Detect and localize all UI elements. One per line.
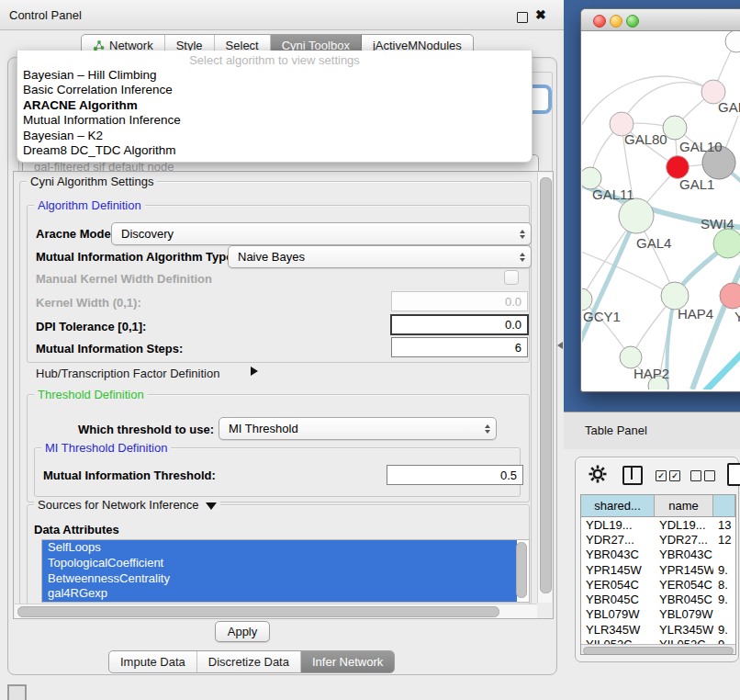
dpi-tolerance-field[interactable]: 0.0: [390, 314, 529, 335]
dropdown-item[interactable]: ARACNE Algorithm: [17, 98, 532, 113]
dropdown-item[interactable]: Bayesian – Hill Climbing: [17, 68, 532, 83]
table-cell[interactable]: YDL19...: [581, 517, 655, 532]
collapse-arrow-icon[interactable]: [206, 502, 217, 510]
list-scrollbar-thumb[interactable]: [516, 542, 527, 598]
control-panel-titlebar: [0, 0, 564, 30]
table-cell[interactable]: YER054C: [581, 577, 655, 592]
file-icon[interactable]: [727, 463, 740, 486]
table-row[interactable]: YLR345WYLR345W9.: [581, 622, 735, 637]
network-canvas[interactable]: GALGAL80GAL10GAL1GAL11GAL4SWI4GCY1HAP4YH…: [582, 31, 740, 390]
table-cell[interactable]: 12: [713, 532, 735, 547]
table-cell[interactable]: YIL052C: [655, 637, 713, 644]
table-cell[interactable]: 9: [713, 637, 735, 644]
table-cell[interactable]: YBR043C: [581, 548, 655, 562]
node-attribute-table[interactable]: shared...name YDL19...YDL19...13YDR27...…: [580, 494, 736, 655]
table-cell[interactable]: YPR145W: [655, 562, 713, 577]
table-cell[interactable]: YDR27...: [581, 532, 655, 547]
table-cell[interactable]: YPR145W: [581, 562, 655, 577]
table-cell[interactable]: YBR043C: [655, 548, 713, 562]
table-cell[interactable]: YDL19...: [655, 517, 713, 532]
table-cell[interactable]: 8.: [713, 577, 735, 592]
attribute-list-item[interactable]: SelfLoops: [42, 540, 517, 556]
close-icon[interactable]: ✖: [535, 7, 546, 22]
table-cell[interactable]: 9.: [713, 622, 735, 637]
table-cell[interactable]: [713, 607, 735, 622]
aracne-mode-combo[interactable]: Discovery: [111, 222, 532, 245]
unchecked-checkbox-icon[interactable]: [690, 470, 701, 481]
network-node[interactable]: [725, 31, 740, 52]
table-row[interactable]: YIL052CYIL052C9: [581, 637, 735, 644]
threshold-definition-title: Threshold Definition: [34, 389, 148, 401]
mi-threshold-field[interactable]: 0.5: [387, 465, 523, 485]
vertical-scrollbar[interactable]: [537, 173, 552, 603]
combo-arrows-icon: [520, 253, 525, 262]
table-cell[interactable]: YLR345W: [581, 622, 655, 637]
unchecked-checkbox-icon[interactable]: [704, 470, 715, 481]
which-threshold-value: MI Threshold: [229, 422, 298, 435]
table-scrollbar-thumb[interactable]: [583, 647, 734, 655]
mi-steps-field[interactable]: 6: [391, 337, 528, 357]
table-cell[interactable]: YBL079W: [581, 607, 655, 622]
network-node[interactable]: [667, 156, 690, 179]
checked-checkbox-icon[interactable]: ✓: [669, 470, 680, 481]
algorithm-definition-title: Algorithm Definition: [34, 199, 145, 211]
gear-icon[interactable]: [589, 465, 607, 483]
expand-arrow-icon[interactable]: [251, 367, 258, 376]
table-row[interactable]: YPR145WYPR145W9.: [581, 562, 735, 577]
table-row[interactable]: YER054CYER054C8.: [581, 577, 735, 592]
network-view-window[interactable]: GALGAL80GAL10GAL1GAL11GAL4SWI4GCY1HAP4YH…: [580, 8, 740, 392]
table-cell[interactable]: YBR045C: [581, 592, 655, 606]
dropdown-item[interactable]: Basic Correlation Inference: [17, 83, 532, 97]
column-header[interactable]: name: [655, 495, 713, 517]
bottom-tab-discretize-data[interactable]: Discretize Data: [197, 651, 301, 672]
attribute-list-item[interactable]: BetweennessCentrality: [42, 571, 517, 587]
attribute-list-item[interactable]: gal4RGexp: [42, 586, 517, 602]
horizontal-scrollbar[interactable]: [15, 604, 537, 618]
data-attributes-list[interactable]: SelfLoopsTopologicalCoefficientBetweenne…: [41, 539, 530, 603]
close-traffic-light-icon[interactable]: [593, 15, 606, 28]
panel-splitter-arrow[interactable]: [557, 342, 563, 349]
table-cell[interactable]: YDR27...: [655, 532, 713, 547]
zoom-traffic-light-icon[interactable]: [626, 15, 639, 28]
apply-button[interactable]: Apply: [215, 621, 270, 642]
table-horizontal-scrollbar[interactable]: [581, 644, 735, 655]
dropdown-item[interactable]: Dream8 DC_TDC Algorithm: [17, 143, 532, 158]
table-cell[interactable]: YER054C: [655, 577, 713, 592]
table-cell[interactable]: 9.: [713, 592, 735, 606]
manual-kernel-checkbox[interactable]: [504, 270, 519, 285]
table-row[interactable]: YDR27...YDR27...12: [581, 532, 735, 547]
dropdown-item[interactable]: Mutual Information Inference: [17, 113, 532, 128]
which-threshold-combo[interactable]: MI Threshold: [219, 417, 497, 440]
checked-checkbox-icon[interactable]: ✓: [656, 470, 667, 481]
table-cell[interactable]: YBL079W: [655, 607, 713, 622]
kernel-width-field[interactable]: 0.0: [391, 291, 528, 311]
mi-type-combo[interactable]: Naive Bayes: [228, 245, 532, 268]
float-window-icon[interactable]: [517, 12, 528, 23]
columns-icon[interactable]: [622, 466, 643, 485]
dropdown-item[interactable]: Bayesian – K2: [17, 129, 532, 143]
table-row[interactable]: YBR045CYBR045C9.: [581, 592, 735, 606]
bottom-tab-impute-data[interactable]: Impute Data: [109, 651, 197, 672]
network-node[interactable]: [713, 229, 740, 258]
table-header-row: shared...name: [581, 495, 735, 517]
table-row[interactable]: YBR043CYBR043C: [581, 548, 735, 562]
table-cell[interactable]: YIL052C: [581, 637, 655, 644]
mi-type-value: Naive Bayes: [238, 250, 305, 264]
table-row[interactable]: YDL19...YDL19...13: [581, 517, 735, 532]
horizontal-scrollbar-thumb[interactable]: [17, 606, 499, 617]
bottom-tab-infer-network[interactable]: Infer Network: [301, 651, 394, 672]
table-cell[interactable]: YLR345W: [655, 622, 713, 637]
vertical-scrollbar-thumb[interactable]: [540, 177, 552, 593]
table-cell[interactable]: YBR045C: [655, 592, 713, 606]
table-row[interactable]: YBL079WYBL079W: [581, 607, 735, 622]
table-cell[interactable]: 13: [713, 517, 735, 532]
network-node[interactable]: [619, 198, 654, 233]
column-header[interactable]: shared...: [581, 495, 655, 517]
collapsed-panel-icon[interactable]: [7, 684, 27, 700]
minimize-traffic-light-icon[interactable]: [610, 15, 622, 28]
table-cell[interactable]: 9.: [713, 562, 735, 577]
table-cell[interactable]: [713, 548, 735, 562]
network-node[interactable]: [582, 288, 592, 310]
column-header[interactable]: [713, 495, 735, 517]
attribute-list-item[interactable]: TopologicalCoefficient: [42, 556, 517, 571]
